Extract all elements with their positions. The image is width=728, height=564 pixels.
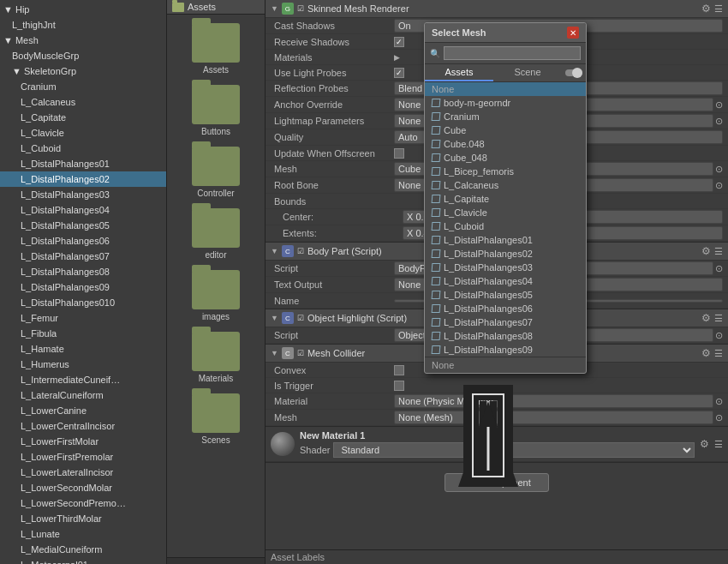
material-menu[interactable]: ☰	[714, 439, 723, 450]
hierarchy-item[interactable]: L_Calcaneus	[0, 94, 166, 110]
hierarchy-item[interactable]: L_DistalPhalanges01	[0, 156, 166, 171]
mesh-list-item[interactable]: Cube	[425, 123, 586, 137]
mesh-collider-gear[interactable]: ⚙	[701, 347, 711, 359]
receive-shadows-checkbox[interactable]	[394, 37, 404, 47]
tab-assets[interactable]: Assets	[425, 64, 493, 81]
hierarchy-item[interactable]: L_MedialCuneiform	[0, 542, 166, 557]
hierarchy-item[interactable]: L_Fibula	[0, 326, 166, 341]
body-part-menu[interactable]: ☰	[714, 246, 723, 257]
root-bone-dot[interactable]: ⊙	[715, 180, 723, 191]
hierarchy-item[interactable]: L_IntermediateCuneif…	[0, 372, 166, 387]
hierarchy-item[interactable]: L_LowerCanine	[0, 403, 166, 418]
object-highlight-checkbox[interactable]: ☑	[297, 314, 304, 322]
hierarchy-item[interactable]: L_Femur	[0, 310, 166, 326]
mesh-list-item[interactable]: Cranium	[425, 110, 586, 123]
mesh-list-item[interactable]: L_Clavicle	[425, 206, 586, 219]
convex-checkbox[interactable]	[394, 365, 404, 375]
hierarchy-item[interactable]: L_DistalPhalanges03	[0, 187, 166, 202]
hierarchy-item[interactable]: L_DistalPhalanges07	[0, 249, 166, 264]
hierarchy-item[interactable]: L_DistalPhalanges06	[0, 233, 166, 249]
hierarchy-item[interactable]: L_Capitate	[0, 110, 166, 125]
mesh-collider-checkbox[interactable]: ☑	[297, 349, 304, 357]
hierarchy-item[interactable]: L_DistalPhalanges09	[0, 279, 166, 295]
mesh-list-item[interactable]: L_DistalPhalanges03	[425, 261, 586, 274]
hierarchy-item[interactable]: L_DistalPhalanges05	[0, 218, 166, 233]
hierarchy-item[interactable]: L_thighJnt	[0, 17, 166, 33]
folder-item[interactable]: Scenes	[167, 388, 265, 450]
search-input[interactable]	[444, 46, 581, 60]
hierarchy-list[interactable]: ▼ HipL_thighJnt▼ MeshBodyMuscleGrp▼ Skel…	[0, 0, 166, 564]
hierarchy-item[interactable]: L_Lunate	[0, 526, 166, 542]
mesh-list-item[interactable]: Cube.048	[425, 137, 586, 151]
hierarchy-item[interactable]: ▼ Hip	[0, 2, 166, 17]
oh-script-dot[interactable]: ⊙	[715, 330, 723, 341]
hierarchy-item[interactable]: L_Clavicle	[0, 125, 166, 141]
object-highlight-menu[interactable]: ☰	[714, 313, 723, 324]
materials-arrow[interactable]: ▶	[394, 53, 400, 62]
folder-item[interactable]: Materials	[167, 327, 265, 388]
hierarchy-item[interactable]: L_LowerFirstMolar	[0, 434, 166, 449]
mesh-list-item[interactable]: L_Calcaneus	[425, 178, 586, 192]
tab-slider[interactable]	[562, 64, 586, 81]
mesh-list-item[interactable]: L_Cuboid	[425, 219, 586, 233]
material-gear[interactable]: ⚙	[700, 438, 709, 450]
hierarchy-item[interactable]: L_Hamate	[0, 341, 166, 357]
folder-item[interactable]: images	[167, 265, 265, 327]
hierarchy-item[interactable]: L_LowerCentralIncisor	[0, 418, 166, 434]
mesh-list-item[interactable]: L_Capitate	[425, 192, 586, 206]
mesh-list-item[interactable]: L_DistalPhalanges02	[425, 247, 586, 261]
mesh-list-item[interactable]: None	[425, 82, 586, 96]
skinned-mesh-header[interactable]: ▼ G ☑ Skinned Mesh Renderer ⚙ ☰	[266, 0, 728, 18]
tab-scene[interactable]: Scene	[493, 64, 562, 81]
mesh-list-item[interactable]: Cube_048	[425, 151, 586, 165]
hierarchy-item[interactable]: L_Metacarpal01	[0, 557, 166, 564]
use-light-probes-checkbox[interactable]	[394, 68, 404, 78]
skinned-mesh-checkbox[interactable]: ☑	[297, 4, 304, 13]
collider-material-dot[interactable]: ⊙	[715, 396, 723, 407]
add-component-button[interactable]: Add Component	[445, 473, 549, 492]
hierarchy-item[interactable]: L_DistalPhalanges02	[0, 171, 166, 187]
folder-item[interactable]: Controller	[167, 141, 265, 203]
collider-mesh-dot[interactable]: ⊙	[715, 412, 723, 423]
hierarchy-item[interactable]: L_LowerSecondPremo…	[0, 495, 166, 511]
hierarchy-item[interactable]: ▼ SkeletonGrp	[0, 63, 166, 79]
hierarchy-item[interactable]: L_DistalPhalanges010	[0, 295, 166, 310]
mesh-list-item[interactable]: L_DistalPhalanges09	[425, 343, 586, 357]
mesh-list-item[interactable]: L_DistalPhalanges07	[425, 315, 586, 329]
folder-item[interactable]: Buttons	[167, 80, 265, 141]
object-highlight-gear[interactable]: ⚙	[701, 312, 711, 324]
hierarchy-item[interactable]: L_DistalPhalanges08	[0, 264, 166, 279]
hierarchy-item[interactable]: L_LowerThirdMolar	[0, 511, 166, 526]
mesh-list-item[interactable]: L_DistalPhalanges04	[425, 274, 586, 288]
lightmap-params-dot[interactable]: ⊙	[715, 116, 723, 127]
shader-select[interactable]: Standard	[333, 442, 695, 458]
mesh-list-item[interactable]: L_DistalPhalanges01	[425, 233, 586, 247]
hierarchy-item[interactable]: L_DistalPhalanges04	[0, 202, 166, 218]
folder-item[interactable]: editor	[167, 203, 265, 265]
folder-item[interactable]: Assets	[167, 18, 265, 80]
is-trigger-checkbox[interactable]	[394, 381, 404, 391]
mesh-list-item[interactable]: body-m-georndr	[425, 96, 586, 110]
hierarchy-item[interactable]: L_LowerLateralIncisor	[0, 465, 166, 480]
body-part-gear[interactable]: ⚙	[701, 245, 711, 257]
hierarchy-item[interactable]: L_LowerFirstPremolar	[0, 449, 166, 465]
mesh-list-item[interactable]: L_Bicep_femoris	[425, 165, 586, 178]
hierarchy-item[interactable]: L_LateralCuneiform	[0, 387, 166, 403]
mesh-dot[interactable]: ⊙	[715, 164, 723, 175]
hierarchy-item[interactable]: BodyMuscleGrp	[0, 48, 166, 63]
hierarchy-item[interactable]: Cranium	[0, 79, 166, 94]
body-part-script-dot[interactable]: ⊙	[715, 263, 723, 274]
hierarchy-item[interactable]: L_Humerus	[0, 357, 166, 372]
hierarchy-item[interactable]: L_LowerSecondMolar	[0, 480, 166, 495]
mesh-list-item[interactable]: L_DistalPhalanges05	[425, 288, 586, 302]
mesh-list-item[interactable]: L_DistalPhalanges06	[425, 302, 586, 315]
horizontal-scrollbar[interactable]	[167, 557, 265, 564]
mesh-list-item[interactable]: L_DistalPhalanges08	[425, 329, 586, 343]
hierarchy-item[interactable]: ▼ Mesh	[0, 33, 166, 48]
mesh-collider-menu[interactable]: ☰	[714, 348, 723, 359]
skinned-mesh-menu[interactable]: ☰	[714, 3, 723, 15]
mesh-list[interactable]: Nonebody-m-georndrCraniumCubeCube.048Cub…	[425, 82, 586, 357]
collider-mesh-value[interactable]: None (Mesh)	[394, 411, 713, 424]
hierarchy-item[interactable]: L_Cuboid	[0, 141, 166, 156]
update-offscreen-checkbox[interactable]	[394, 148, 404, 159]
